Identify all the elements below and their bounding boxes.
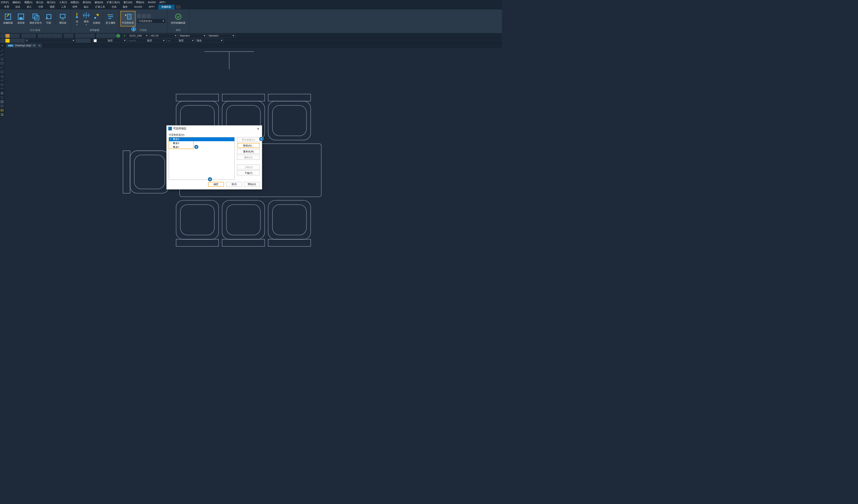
ribbon-tab-view[interactable]: 视图	[46, 5, 58, 9]
tool-copy[interactable]	[43, 34, 47, 38]
close-block-editor-button[interactable]: 关闭块编辑器	[169, 11, 187, 26]
menu-format[interactable]: 格式(O)	[47, 0, 55, 4]
ribbon-tab-tools[interactable]: 工具	[58, 5, 69, 9]
list-item[interactable]: 餐桌c	[169, 145, 234, 149]
visibility-state-combo[interactable]: 可见性状态0	[137, 19, 166, 23]
dialog-close-icon[interactable]: ✕	[256, 127, 260, 131]
menu-help[interactable]: 帮助(H)	[136, 0, 144, 4]
menu-app[interactable]: APP+	[159, 1, 166, 3]
tool-publish[interactable]	[31, 34, 36, 38]
tool-properties[interactable]	[96, 34, 101, 38]
line-tool-icon[interactable]	[0, 48, 4, 53]
move-down-button[interactable]: 下移(T)	[237, 170, 260, 175]
document-tab[interactable]: DWG Drawing1.dwg* ✕	[6, 43, 37, 48]
move-button[interactable]: 移动▼	[82, 11, 91, 26]
ribbon-tab-output[interactable]: 输出	[81, 5, 92, 9]
ellipse-arc-tool-icon[interactable]	[0, 87, 4, 91]
ribbon-tab-online[interactable]: 在线	[108, 5, 120, 9]
linetype-combo[interactable]: 随层	[93, 39, 127, 43]
ribbon-tab-common[interactable]: 常用	[1, 5, 12, 9]
more-tool-icon[interactable]	[0, 113, 4, 117]
std2-combo[interactable]: Standard	[207, 34, 236, 38]
menu-file[interactable]: 文件(F)	[1, 0, 9, 4]
tool-undo[interactable]	[64, 34, 69, 38]
tool-open[interactable]	[5, 34, 10, 38]
point-tool-icon[interactable]	[0, 95, 4, 99]
text-tool-icon[interactable]	[0, 104, 4, 108]
ribbon-tab-entity[interactable]: 实体	[12, 5, 24, 9]
move-up-button[interactable]: 上移(U)	[237, 165, 260, 169]
menu-insert[interactable]: 插入(I)	[36, 0, 43, 4]
rename-button[interactable]: 重命名(R)	[237, 149, 260, 154]
ellipse-tool-icon[interactable]	[0, 83, 4, 87]
write-block-button[interactable]: 写块	[44, 11, 54, 26]
spline-tool-icon[interactable]	[0, 78, 4, 82]
polygon-tool-icon[interactable]	[0, 57, 4, 61]
menu-arcgis[interactable]: ArcGIS	[148, 1, 156, 3]
tab-dropdown-icon[interactable]: ▾	[2, 44, 3, 47]
dialog-titlebar[interactable]: 可见性状态 ✕	[167, 126, 262, 132]
layer-tool-1[interactable]	[0, 39, 5, 43]
menu-modify[interactable]: 修改(M)	[95, 0, 103, 4]
polyline-tool-icon[interactable]	[0, 53, 4, 57]
menu-tools[interactable]: 工具(T)	[59, 0, 67, 4]
close-tab-icon[interactable]: ✕	[33, 44, 35, 47]
tool-cut[interactable]	[38, 34, 42, 38]
save-block-as-button[interactable]: 将块另存为	[28, 11, 44, 26]
help-button[interactable]: 帮助(H)	[244, 182, 260, 187]
tool-save[interactable]	[10, 34, 15, 38]
menu-window[interactable]: 窗口(W)	[123, 0, 132, 4]
layer-iso[interactable]	[76, 39, 81, 43]
vis-icon-2[interactable]	[142, 14, 146, 18]
hatch-tool-icon[interactable]	[0, 100, 4, 104]
tool-zoom[interactable]	[80, 34, 85, 38]
ribbon-tab-arcgis[interactable]: ArcGIS	[131, 5, 145, 9]
menu-view[interactable]: 视图(V)	[24, 0, 32, 4]
ribbon-panel-toggle-icon[interactable]	[176, 6, 180, 8]
menu-edit[interactable]: 编辑(E)	[13, 0, 21, 4]
add-document-button[interactable]: ＋	[38, 43, 42, 48]
layer-tool-2[interactable]	[5, 39, 10, 43]
set-current-button[interactable]: 置为当前(C)	[237, 137, 260, 142]
ribbon-tab-insert[interactable]: 插入	[24, 5, 35, 9]
lineweight-combo[interactable]: ———随层	[127, 39, 166, 43]
ribbon-tab-service[interactable]: 服务	[120, 5, 131, 9]
rectangle-tool-icon[interactable]	[0, 61, 4, 65]
tool-print[interactable]	[22, 34, 26, 38]
menu-dimension[interactable]: 标注(N)	[83, 0, 91, 4]
cancel-button[interactable]: 取消	[226, 182, 242, 187]
tool-zoom-window[interactable]	[85, 34, 90, 38]
vis-icon-3[interactable]	[147, 14, 151, 18]
ribbon-tab-app[interactable]: APP+	[145, 5, 158, 9]
tool-saveall[interactable]	[15, 34, 19, 38]
circle-tool-icon[interactable]	[0, 70, 4, 74]
ribbon-tab-ext[interactable]: 扩展工具	[92, 5, 108, 9]
tool-brush[interactable]	[57, 34, 62, 38]
block-tool-icon[interactable]	[0, 91, 4, 95]
iso-combo[interactable]: ISO-25	[149, 34, 178, 38]
layer-tool-5[interactable]	[20, 39, 24, 43]
layer-tool-3[interactable]	[10, 39, 15, 43]
table-tool-icon[interactable]	[0, 108, 4, 112]
tool-match[interactable]	[53, 34, 57, 38]
point-move-button[interactable]: 点移动	[91, 11, 102, 26]
tool-pan[interactable]	[75, 34, 80, 38]
point-button[interactable]: 点▼	[72, 11, 81, 26]
dimstyle-combo[interactable]: AELEC_DIM	[122, 34, 149, 38]
tool-new[interactable]	[0, 34, 5, 38]
define-attribute-button[interactable]: 定义属性	[104, 11, 117, 26]
visibility-state-button[interactable]: 可见性状态	[120, 11, 135, 26]
new-button[interactable]: 新建(N)...	[237, 143, 260, 148]
tool-sheet[interactable]	[101, 34, 106, 38]
color-combo[interactable]: 随色	[195, 39, 224, 43]
test-block-button[interactable]: 测试块	[56, 11, 69, 26]
linestyle-combo[interactable]: —随层	[167, 39, 195, 43]
arc-tool-icon[interactable]	[0, 65, 4, 70]
delete-button[interactable]: 删除(D)	[237, 155, 260, 160]
layer-state[interactable]	[86, 39, 90, 43]
tool-preview[interactable]	[26, 34, 31, 38]
layer-uniso[interactable]	[81, 39, 86, 43]
list-item[interactable]: ✓餐桌a	[169, 137, 234, 141]
menu-extended[interactable]: 扩展工具(X)	[107, 0, 120, 4]
ribbon-tab-blockeditor[interactable]: 块编辑器	[158, 5, 175, 9]
